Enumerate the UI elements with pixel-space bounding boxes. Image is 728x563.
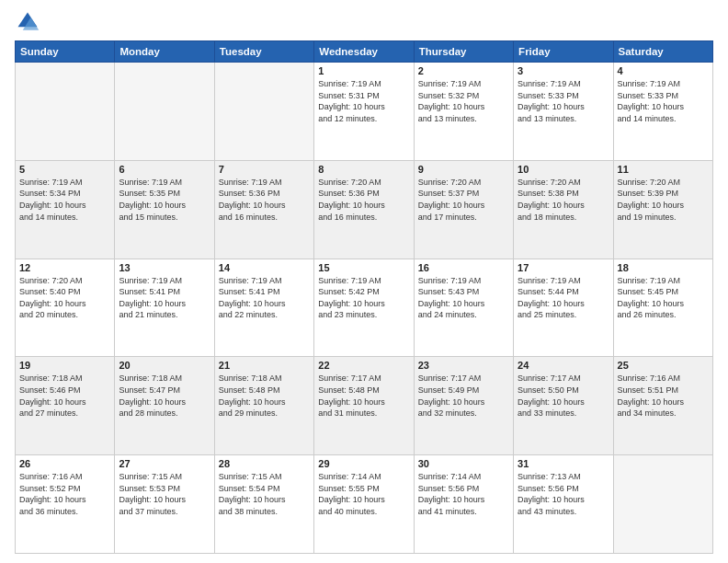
calendar-week-row: 26Sunrise: 7:16 AM Sunset: 5:52 PM Dayli… xyxy=(16,455,713,554)
day-cell: 30Sunrise: 7:14 AM Sunset: 5:56 PM Dayli… xyxy=(414,455,513,554)
day-cell: 28Sunrise: 7:15 AM Sunset: 5:54 PM Dayli… xyxy=(214,455,313,554)
day-cell: 6Sunrise: 7:19 AM Sunset: 5:35 PM Daylig… xyxy=(115,160,214,259)
day-info: Sunrise: 7:19 AM Sunset: 5:42 PM Dayligh… xyxy=(318,275,409,321)
day-number: 26 xyxy=(19,458,110,469)
weekday-header-monday: Monday xyxy=(115,41,214,63)
day-number: 21 xyxy=(219,360,310,371)
empty-cell xyxy=(16,63,115,161)
day-cell: 22Sunrise: 7:17 AM Sunset: 5:48 PM Dayli… xyxy=(314,357,414,455)
day-cell: 7Sunrise: 7:19 AM Sunset: 5:36 PM Daylig… xyxy=(214,160,313,259)
day-cell: 2Sunrise: 7:19 AM Sunset: 5:32 PM Daylig… xyxy=(414,63,513,161)
weekday-header-friday: Friday xyxy=(514,41,613,63)
day-cell: 3Sunrise: 7:19 AM Sunset: 5:33 PM Daylig… xyxy=(514,63,613,161)
day-info: Sunrise: 7:20 AM Sunset: 5:36 PM Dayligh… xyxy=(318,177,409,223)
day-cell: 21Sunrise: 7:18 AM Sunset: 5:48 PM Dayli… xyxy=(214,357,313,455)
day-number: 4 xyxy=(618,65,709,76)
day-cell: 31Sunrise: 7:13 AM Sunset: 5:56 PM Dayli… xyxy=(514,455,613,554)
day-cell: 25Sunrise: 7:16 AM Sunset: 5:51 PM Dayli… xyxy=(613,357,712,455)
page: SundayMondayTuesdayWednesdayThursdayFrid… xyxy=(0,0,728,563)
day-info: Sunrise: 7:19 AM Sunset: 5:33 PM Dayligh… xyxy=(618,78,709,124)
day-info: Sunrise: 7:19 AM Sunset: 5:31 PM Dayligh… xyxy=(318,78,409,124)
day-info: Sunrise: 7:17 AM Sunset: 5:50 PM Dayligh… xyxy=(518,373,609,419)
day-info: Sunrise: 7:19 AM Sunset: 5:36 PM Dayligh… xyxy=(219,177,310,223)
day-info: Sunrise: 7:16 AM Sunset: 5:52 PM Dayligh… xyxy=(19,471,110,517)
day-number: 11 xyxy=(618,164,709,175)
calendar-week-row: 19Sunrise: 7:18 AM Sunset: 5:46 PM Dayli… xyxy=(16,357,713,455)
day-number: 29 xyxy=(318,458,409,469)
day-info: Sunrise: 7:19 AM Sunset: 5:45 PM Dayligh… xyxy=(618,275,709,321)
day-cell: 13Sunrise: 7:19 AM Sunset: 5:41 PM Dayli… xyxy=(115,259,214,357)
day-cell: 16Sunrise: 7:19 AM Sunset: 5:43 PM Dayli… xyxy=(414,259,513,357)
day-cell: 14Sunrise: 7:19 AM Sunset: 5:41 PM Dayli… xyxy=(214,259,313,357)
day-cell: 9Sunrise: 7:20 AM Sunset: 5:37 PM Daylig… xyxy=(414,160,513,259)
day-number: 27 xyxy=(119,458,210,469)
day-cell: 8Sunrise: 7:20 AM Sunset: 5:36 PM Daylig… xyxy=(314,160,414,259)
day-cell: 27Sunrise: 7:15 AM Sunset: 5:53 PM Dayli… xyxy=(115,455,214,554)
day-number: 31 xyxy=(518,458,609,469)
weekday-header-row: SundayMondayTuesdayWednesdayThursdayFrid… xyxy=(16,41,713,63)
day-cell: 5Sunrise: 7:19 AM Sunset: 5:34 PM Daylig… xyxy=(16,160,115,259)
day-info: Sunrise: 7:18 AM Sunset: 5:47 PM Dayligh… xyxy=(119,373,210,419)
day-info: Sunrise: 7:16 AM Sunset: 5:51 PM Dayligh… xyxy=(618,373,709,419)
day-number: 10 xyxy=(518,164,609,175)
day-number: 17 xyxy=(518,262,609,273)
day-info: Sunrise: 7:19 AM Sunset: 5:32 PM Dayligh… xyxy=(418,78,509,124)
calendar-table: SundayMondayTuesdayWednesdayThursdayFrid… xyxy=(15,40,713,554)
calendar-week-row: 5Sunrise: 7:19 AM Sunset: 5:34 PM Daylig… xyxy=(16,160,713,259)
day-number: 3 xyxy=(518,65,609,76)
day-number: 14 xyxy=(219,262,310,273)
day-info: Sunrise: 7:20 AM Sunset: 5:37 PM Dayligh… xyxy=(418,177,509,223)
day-number: 16 xyxy=(418,262,509,273)
day-info: Sunrise: 7:19 AM Sunset: 5:33 PM Dayligh… xyxy=(518,78,609,124)
day-info: Sunrise: 7:19 AM Sunset: 5:41 PM Dayligh… xyxy=(119,275,210,321)
day-cell: 11Sunrise: 7:20 AM Sunset: 5:39 PM Dayli… xyxy=(613,160,712,259)
day-cell: 1Sunrise: 7:19 AM Sunset: 5:31 PM Daylig… xyxy=(314,63,414,161)
day-cell: 4Sunrise: 7:19 AM Sunset: 5:33 PM Daylig… xyxy=(613,63,712,161)
calendar-week-row: 12Sunrise: 7:20 AM Sunset: 5:40 PM Dayli… xyxy=(16,259,713,357)
day-cell: 24Sunrise: 7:17 AM Sunset: 5:50 PM Dayli… xyxy=(514,357,613,455)
day-number: 20 xyxy=(119,360,210,371)
day-cell: 10Sunrise: 7:20 AM Sunset: 5:38 PM Dayli… xyxy=(514,160,613,259)
weekday-header-tuesday: Tuesday xyxy=(214,41,313,63)
day-info: Sunrise: 7:15 AM Sunset: 5:53 PM Dayligh… xyxy=(119,471,210,517)
day-info: Sunrise: 7:15 AM Sunset: 5:54 PM Dayligh… xyxy=(219,471,310,517)
empty-cell xyxy=(613,455,712,554)
day-cell: 12Sunrise: 7:20 AM Sunset: 5:40 PM Dayli… xyxy=(16,259,115,357)
day-number: 25 xyxy=(618,360,709,371)
day-number: 8 xyxy=(318,164,409,175)
empty-cell xyxy=(115,63,214,161)
empty-cell xyxy=(214,63,313,161)
day-info: Sunrise: 7:14 AM Sunset: 5:56 PM Dayligh… xyxy=(418,471,509,517)
day-number: 1 xyxy=(318,65,409,76)
weekday-header-saturday: Saturday xyxy=(613,41,712,63)
day-cell: 20Sunrise: 7:18 AM Sunset: 5:47 PM Dayli… xyxy=(115,357,214,455)
day-info: Sunrise: 7:20 AM Sunset: 5:40 PM Dayligh… xyxy=(19,275,110,321)
day-info: Sunrise: 7:17 AM Sunset: 5:48 PM Dayligh… xyxy=(318,373,409,419)
day-number: 7 xyxy=(219,164,310,175)
header xyxy=(15,9,713,35)
day-info: Sunrise: 7:19 AM Sunset: 5:34 PM Dayligh… xyxy=(19,177,110,223)
day-info: Sunrise: 7:19 AM Sunset: 5:43 PM Dayligh… xyxy=(418,275,509,321)
logo xyxy=(15,9,44,35)
day-number: 28 xyxy=(219,458,310,469)
weekday-header-wednesday: Wednesday xyxy=(314,41,414,63)
day-info: Sunrise: 7:17 AM Sunset: 5:49 PM Dayligh… xyxy=(418,373,509,419)
day-number: 13 xyxy=(119,262,210,273)
day-cell: 18Sunrise: 7:19 AM Sunset: 5:45 PM Dayli… xyxy=(613,259,712,357)
day-info: Sunrise: 7:20 AM Sunset: 5:38 PM Dayligh… xyxy=(518,177,609,223)
day-number: 24 xyxy=(518,360,609,371)
day-number: 6 xyxy=(119,164,210,175)
day-number: 19 xyxy=(19,360,110,371)
day-number: 12 xyxy=(19,262,110,273)
weekday-header-sunday: Sunday xyxy=(16,41,115,63)
day-number: 5 xyxy=(19,164,110,175)
day-number: 22 xyxy=(318,360,409,371)
day-info: Sunrise: 7:14 AM Sunset: 5:55 PM Dayligh… xyxy=(318,471,409,517)
day-info: Sunrise: 7:19 AM Sunset: 5:44 PM Dayligh… xyxy=(518,275,609,321)
day-number: 23 xyxy=(418,360,509,371)
day-info: Sunrise: 7:13 AM Sunset: 5:56 PM Dayligh… xyxy=(518,471,609,517)
day-cell: 29Sunrise: 7:14 AM Sunset: 5:55 PM Dayli… xyxy=(314,455,414,554)
day-cell: 26Sunrise: 7:16 AM Sunset: 5:52 PM Dayli… xyxy=(16,455,115,554)
day-cell: 19Sunrise: 7:18 AM Sunset: 5:46 PM Dayli… xyxy=(16,357,115,455)
day-cell: 23Sunrise: 7:17 AM Sunset: 5:49 PM Dayli… xyxy=(414,357,513,455)
